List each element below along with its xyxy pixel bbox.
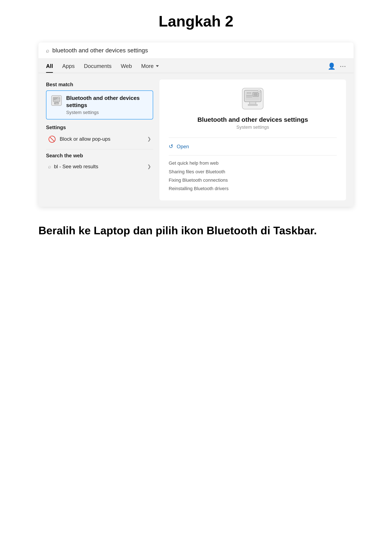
web-arrow-right-icon: ❯ (147, 164, 151, 169)
web-section-label: Search the web (46, 153, 153, 159)
svg-rect-13 (249, 102, 256, 104)
help-link-2[interactable]: Reinstalling Bluetooth drivers (169, 184, 228, 193)
left-panel: Best match (46, 80, 159, 200)
search-query-text: bluetooth and other devices settings (52, 47, 148, 54)
help-link-1[interactable]: Fixing Bluetooth connections (169, 176, 228, 184)
quick-help-label: Get quick help from web (169, 161, 219, 166)
share-icon[interactable]: 👤 (328, 62, 335, 70)
svg-point-4 (59, 97, 59, 98)
right-divider-mid (169, 155, 337, 155)
block-popups-label: Block or allow pop-ups (60, 136, 110, 142)
svg-point-16 (247, 93, 248, 94)
chevron-down-icon (156, 65, 159, 67)
popups-icon: 🚫 (48, 135, 56, 143)
search-body: Best match (38, 73, 354, 200)
search-tabs: All Apps Documents Web More 👤 ⋯ (38, 59, 354, 73)
svg-point-18 (250, 93, 251, 94)
svg-point-23 (258, 91, 260, 92)
best-match-item[interactable]: Bluetooth and other devices settings Sys… (46, 90, 153, 119)
right-icon-area (169, 87, 337, 110)
right-result-subtitle: System settings (169, 124, 337, 130)
web-search-item[interactable]: ⌕ bl - See web results ❯ (46, 161, 153, 172)
open-label: Open (177, 144, 189, 150)
svg-point-17 (249, 93, 249, 94)
instruction-text: Beralih ke Laptop dan pilih ikon Bluetoo… (38, 224, 354, 238)
right-divider-top (169, 138, 337, 138)
help-link-0[interactable]: Sharing files over Bluetooth (169, 168, 225, 176)
right-panel: Bluetooth and other devices settings Sys… (159, 80, 346, 200)
open-action[interactable]: ↺ Open (169, 141, 189, 152)
tab-apps[interactable]: Apps (62, 63, 75, 72)
tab-more[interactable]: More (141, 63, 159, 72)
tab-right-icons: 👤 ⋯ (328, 62, 346, 73)
search-window: ⌕ bluetooth and other devices settings A… (38, 43, 354, 207)
best-match-subtitle: System settings (66, 110, 140, 115)
block-popups-item[interactable]: 🚫 Block or allow pop-ups ❯ (46, 132, 153, 146)
divider (46, 149, 153, 149)
search-bar: ⌕ bluetooth and other devices settings (38, 43, 354, 59)
svg-rect-14 (248, 104, 257, 106)
svg-rect-9 (56, 103, 59, 103)
open-icon: ↺ (169, 143, 173, 150)
best-match-label: Best match (46, 82, 153, 88)
best-match-title: Bluetooth and other devices settings (66, 95, 140, 109)
tab-documents[interactable]: Documents (84, 63, 112, 72)
page-title: Langkah 2 (159, 13, 233, 30)
search-web-icon: ⌕ (48, 164, 51, 169)
settings-section-label: Settings (46, 124, 153, 130)
right-result-title: Bluetooth and other devices settings (169, 116, 337, 123)
tab-all[interactable]: All (46, 63, 53, 72)
more-options-icon[interactable]: ⋯ (340, 62, 346, 70)
right-bluetooth-icon (241, 87, 264, 110)
tab-web[interactable]: Web (121, 63, 132, 72)
search-icon: ⌕ (46, 47, 49, 54)
svg-rect-21 (254, 93, 257, 95)
svg-rect-8 (54, 103, 56, 104)
bluetooth-app-icon-svg (51, 95, 62, 106)
web-search-label: bl - See web results (54, 164, 98, 169)
bluetooth-settings-icon (51, 95, 62, 106)
best-match-text: Bluetooth and other devices settings Sys… (66, 95, 140, 115)
arrow-right-icon: ❯ (147, 136, 151, 142)
